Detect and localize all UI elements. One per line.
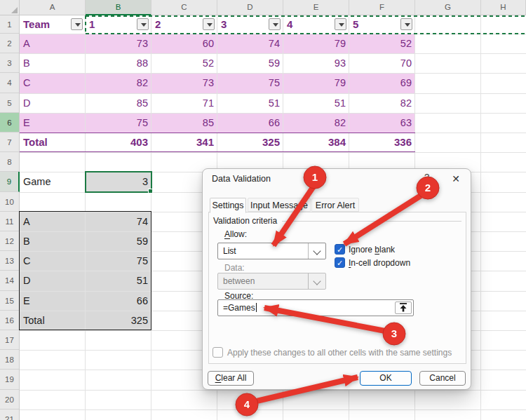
cell-C4[interactable]: 73 bbox=[151, 73, 217, 93]
row-header-15[interactable]: 15 bbox=[0, 291, 19, 311]
column-header-E[interactable]: E bbox=[283, 0, 349, 15]
column-header-F[interactable]: F bbox=[349, 0, 415, 15]
cell-E4[interactable]: 79 bbox=[283, 73, 349, 93]
row-header-19[interactable]: 19 bbox=[0, 370, 19, 389]
row-header-2[interactable]: 2 bbox=[0, 34, 19, 53]
row-header-12[interactable]: 12 bbox=[0, 231, 19, 251]
row-header-4[interactable]: 4 bbox=[0, 73, 19, 93]
cell-A14[interactable]: D bbox=[20, 271, 86, 290]
cell-B2[interactable]: 73 bbox=[86, 34, 151, 53]
row-header-16[interactable]: 16 bbox=[0, 311, 19, 330]
cell-A6[interactable]: E bbox=[20, 113, 86, 133]
cell-D5[interactable]: 51 bbox=[217, 93, 283, 113]
cell-F7[interactable]: 336 bbox=[349, 133, 415, 152]
cell-B16[interactable]: 325 bbox=[86, 311, 151, 330]
cell-D2[interactable]: 74 bbox=[217, 34, 283, 53]
row-header-6[interactable]: 6 bbox=[0, 113, 19, 133]
cell-C3[interactable]: 52 bbox=[151, 53, 217, 73]
allow-dropdown-button[interactable] bbox=[308, 243, 325, 259]
row-header-7[interactable]: 7 bbox=[0, 133, 19, 152]
cell-A5[interactable]: D bbox=[20, 93, 86, 113]
clear-all-button[interactable]: Clear All bbox=[208, 371, 254, 386]
cell-B12[interactable]: 59 bbox=[86, 231, 151, 251]
row-header-8[interactable]: 8 bbox=[0, 152, 19, 172]
row-header-17[interactable]: 17 bbox=[0, 330, 19, 350]
cell-F6[interactable]: 63 bbox=[349, 113, 415, 133]
fill-handle[interactable] bbox=[148, 189, 153, 194]
ignore-blank-checkbox[interactable]: ✓ bbox=[335, 244, 345, 255]
cell-A15[interactable]: E bbox=[20, 291, 86, 311]
cell-E7[interactable]: 384 bbox=[283, 133, 349, 152]
cell-F5[interactable]: 82 bbox=[349, 93, 415, 113]
row-header-20[interactable]: 20 bbox=[0, 390, 19, 409]
column-header-H[interactable]: H bbox=[481, 0, 526, 15]
cell-E5[interactable]: 51 bbox=[283, 93, 349, 113]
cell-C7[interactable]: 341 bbox=[151, 133, 217, 152]
cell-A16[interactable]: Total bbox=[20, 311, 86, 330]
cell-B15[interactable]: 66 bbox=[86, 291, 151, 311]
cell-A7[interactable]: Total bbox=[20, 133, 86, 152]
filter-button-B1[interactable] bbox=[137, 18, 149, 30]
cell-D4[interactable]: 75 bbox=[217, 73, 283, 93]
cell-B3[interactable]: 88 bbox=[86, 53, 151, 73]
row-header-18[interactable]: 18 bbox=[0, 350, 19, 370]
source-input[interactable]: =Games bbox=[217, 299, 414, 316]
row-header-5[interactable]: 5 bbox=[0, 93, 19, 113]
incell-dropdown-checkbox[interactable]: ✓ bbox=[335, 257, 345, 268]
row-header-3[interactable]: 3 bbox=[0, 53, 19, 73]
filter-button-A1[interactable] bbox=[71, 18, 83, 30]
cell-A12[interactable]: B bbox=[20, 231, 86, 251]
cell-C2[interactable]: 60 bbox=[151, 34, 217, 53]
cell-D3[interactable]: 59 bbox=[217, 53, 283, 73]
column-header-G[interactable]: G bbox=[415, 0, 481, 15]
cell-E2[interactable]: 79 bbox=[283, 34, 349, 53]
cell-B13[interactable]: 75 bbox=[86, 251, 151, 271]
cancel-button[interactable]: Cancel bbox=[419, 371, 466, 386]
cell-B4[interactable]: 82 bbox=[86, 73, 151, 93]
cell-B7[interactable]: 403 bbox=[86, 133, 151, 152]
cell-B14[interactable]: 51 bbox=[86, 271, 151, 290]
cell-F2[interactable]: 52 bbox=[349, 34, 415, 53]
cell-D6[interactable]: 66 bbox=[217, 113, 283, 133]
select-all-corner[interactable] bbox=[0, 0, 20, 15]
row-header-13[interactable]: 13 bbox=[0, 251, 19, 271]
filter-button-D1[interactable] bbox=[269, 18, 281, 30]
tab-settings[interactable]: Settings bbox=[210, 198, 246, 213]
ok-button[interactable]: OK bbox=[360, 371, 412, 386]
cell-E3[interactable]: 93 bbox=[283, 53, 349, 73]
cell-A3[interactable]: B bbox=[20, 53, 86, 73]
active-cell-selection-border[interactable] bbox=[85, 171, 152, 193]
tab-error-alert[interactable]: Error Alert bbox=[311, 198, 359, 212]
cell-A11[interactable]: A bbox=[20, 212, 86, 231]
cell-F3[interactable]: 70 bbox=[349, 53, 415, 73]
column-header-A[interactable]: A bbox=[20, 0, 86, 15]
close-icon[interactable]: ✕ bbox=[452, 173, 460, 184]
cell-B6[interactable]: 75 bbox=[86, 113, 151, 133]
column-header-B[interactable]: B bbox=[86, 0, 151, 15]
column-header-D[interactable]: D bbox=[217, 0, 283, 15]
row-header-9[interactable]: 9 bbox=[0, 172, 20, 191]
filter-button-C1[interactable] bbox=[203, 18, 215, 30]
row-header-14[interactable]: 14 bbox=[0, 271, 19, 290]
cell-E6[interactable]: 82 bbox=[283, 113, 349, 133]
cell-C6[interactable]: 85 bbox=[151, 113, 217, 133]
row-header-21[interactable]: 21 bbox=[0, 409, 19, 420]
filter-button-E1[interactable] bbox=[335, 18, 346, 30]
column-header-C[interactable]: C bbox=[151, 0, 217, 15]
cell-B5[interactable]: 85 bbox=[86, 93, 151, 113]
row-header-10[interactable]: 10 bbox=[0, 192, 19, 212]
row-header-11[interactable]: 11 bbox=[0, 212, 19, 231]
cell-C5[interactable]: 71 bbox=[151, 93, 217, 113]
help-button[interactable]: ? bbox=[424, 172, 429, 182]
collapse-dialog-button[interactable] bbox=[395, 302, 412, 314]
filter-button-F1[interactable] bbox=[400, 18, 412, 30]
cell-A4[interactable]: C bbox=[20, 73, 86, 93]
allow-dropdown[interactable]: List bbox=[217, 243, 326, 259]
cell-A2[interactable]: A bbox=[20, 34, 86, 53]
row-header-1[interactable]: 1 bbox=[0, 15, 19, 34]
cell-D7[interactable]: 325 bbox=[217, 133, 283, 152]
cell-B11[interactable]: 74 bbox=[86, 212, 151, 231]
cell-A9[interactable]: Game bbox=[20, 172, 86, 191]
tab-input-message[interactable]: Input Message bbox=[248, 198, 311, 212]
cell-A13[interactable]: C bbox=[20, 251, 86, 271]
